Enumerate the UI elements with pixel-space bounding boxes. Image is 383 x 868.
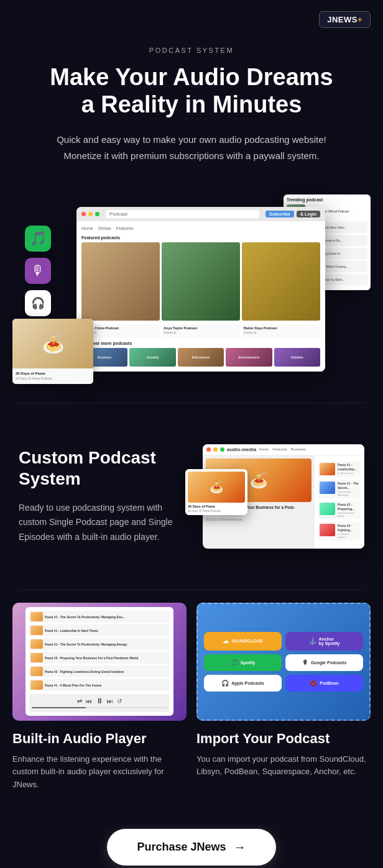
player-thumb-2 [30,626,43,635]
player-thumb-4 [30,653,43,662]
shuffle-icon: ⇄ [77,698,82,705]
custom-podcast-title: Custom Podcast System [19,447,185,489]
player-ep-5: Pasta #2 - Fighting Loneliness During So… [29,665,170,677]
spotify-platform: 🎵 Spotify [204,654,282,671]
podcast-card-2: Anya Taylor Podcast Juneca.Jo [162,324,240,337]
discover-hobbies: Hobbies [274,348,320,367]
play-icon[interactable]: ⏸ [96,697,103,705]
podcast-card-sub-2: Juneca.Jo [164,331,238,335]
podcast-card-title-3: Better Days Podcast [244,326,318,330]
featured-podcasts-section: Featured podcasts [81,235,320,321]
audio-ep-thumb-1 [320,463,335,475]
subscribe-button[interactable]: Subscribe [265,211,294,217]
main-browser-mockup: Podcast Subscribe & Login Home Shows Fea… [76,207,325,371]
apple-podcast-icon: 🎙 [25,258,51,284]
jnews-logo-badge: JNEWS+ [319,11,371,28]
progress-fill [32,707,86,708]
audio-max [220,447,224,452]
login-button[interactable]: & Login [297,211,320,217]
hero-mockup-section: 🎵 🎙 🎧 🍝 30 Days of Pasta 30 Days Of Past… [0,188,383,402]
custom-podcast-section: Custom Podcast System Ready to use podca… [0,403,383,590]
apple-podcasts-platform: 🎧 Apple Podcasts [204,675,282,692]
audio-episode-desc: 30 Days Of Pasta Podcast [206,518,311,523]
browser-close-dot [81,212,86,216]
featured-card-2 [162,242,240,321]
anchor-icon: ⚓ [309,637,316,644]
discover-title: Discover more podcasts [81,341,320,345]
google-podcasts-platform: 🎙 Google Podcasts [285,654,363,671]
browser-url-bar: Podcast [106,210,259,218]
prev-icon: ⏮ [86,698,92,705]
podcast-card-sub-1: Juneca.Jo [83,331,158,335]
featured-card-3 [242,242,320,321]
player-mockup: Pasta #1 - The Secret To Productivity: M… [25,607,173,716]
import-platforms-grid: ☁ SOUNDCLOUD ⚓ Anchorby Spotify 🎵 Spotif… [204,632,363,692]
player-card-background: Pasta #1 - The Secret To Productivity: M… [12,603,187,721]
progress-bar[interactable] [32,707,167,708]
discover-comedy: Comedy [129,348,175,367]
audio-player-title: Built-in Audio Player [12,731,187,747]
audio-logo: audio-media [227,447,256,452]
anchor-platform: ⚓ Anchorby Spotify [285,632,363,651]
small-podcast-subtitle: 30 Days Of Pasta Podcast [16,377,90,381]
audio-nav: Home Features Business [259,447,306,451]
audio-ep-2: Pasta #1 - The Secret... Productivity Ma… [318,480,361,498]
features-cards-section: Pasta #1 - The Secret To Productivity: M… [0,590,383,810]
audio-sidebar: Pasta #1 - Leadership... In Hard Times P… [315,455,364,549]
audio-ep-thumb-4 [320,524,335,536]
next-icon: ⏭ [107,698,113,705]
purchase-section: Purchase JNews → [0,810,383,868]
podcast-card-title-2: Anya Taylor Podcast [164,326,238,330]
player-controls: ⇄ ⏮ ⏸ ⏭ ↺ [29,694,170,712]
player-ep-1: Pasta #1 - The Secret To Productivity: M… [29,611,170,623]
podbean-platform: 🫘 PodBean [285,675,363,692]
front-pasta-mockup: 🍝 30 Days of Pasta 30 Days Of Pasta Podc… [185,469,247,515]
audio-ep-4: Pasta #2 - Fighting... Loneliness Isolat… [318,522,361,541]
soundcloud-platform: ☁ SOUNDCLOUD [204,632,282,651]
player-thumb-5 [30,667,43,676]
import-podcast-title: Import Your Podcast [196,731,371,747]
platform-icons-group: 🎵 🎙 🎧 [25,226,51,316]
discover-educational: Educational [178,348,224,367]
purchase-button[interactable]: Purchase JNews → [107,829,275,866]
audio-close [206,447,211,452]
featured-card-1 [81,242,160,321]
audio-player-card-wrapper: Pasta #1 - The Secret To Productivity: M… [12,603,187,792]
front-podcast-title: 30 Days of Pasta [188,505,245,508]
audio-player-card-image: Pasta #1 - The Secret To Productivity: M… [12,603,187,721]
featured-section-title: Featured podcasts [81,235,320,240]
custom-podcast-text: Custom Podcast System Ready to use podca… [19,447,185,545]
discover-entertainment: Entertainment [226,348,272,367]
discover-grid: Business Comedy Educational Entertainmen… [81,348,320,367]
audio-ep-1: Pasta #1 - Leadership... In Hard Times [318,461,361,477]
hero-section: PODCAST SYSTEM Make Your Audio Dreams a … [0,28,383,188]
arrow-icon: → [234,840,246,854]
import-podcast-desc: You can import your podcast from SoundCl… [196,753,371,779]
header: JNEWS+ [0,0,383,28]
import-card-background: ☁ SOUNDCLOUD ⚓ Anchorby Spotify 🎵 Spotif… [196,603,371,721]
audio-player-desc: Enhance the listening experience with th… [12,753,187,792]
browser-maximize-dot [95,212,99,216]
featured-grid [81,242,320,321]
player-ctrl-row: ⇄ ⏮ ⏸ ⏭ ↺ [32,697,167,705]
audio-ep-thumb-2 [320,482,335,494]
hero-title: Make Your Audio Dreams a Reality in Minu… [25,64,358,118]
google-podcasts-icon: 🎙 [302,659,308,666]
soundcloud-icon: ☁ [223,637,229,644]
import-podcast-card-image: ☁ SOUNDCLOUD ⚓ Anchorby Spotify 🎵 Spotif… [196,603,371,721]
repeat-icon: ↺ [117,698,122,705]
audio-ep-3: Pasta #2 - Preparing... Post-Pandemic Wo… [318,501,361,519]
podbean-icon: 🫘 [310,680,317,687]
player-thumb-1 [30,612,43,621]
player-thumb-3 [30,639,43,649]
player-ep-3: Pasta #1 - The Secret To Productivity: M… [29,638,170,650]
google-podcast-icon: 🎧 [25,290,51,316]
front-pasta-image: 🍝 [188,472,245,503]
podcast-card-sub-3: Juneca.Jo [244,331,318,335]
hero-description: Quick and easy way to make your own audi… [55,132,328,163]
audio-min [213,447,218,452]
discover-more-section: Discover more podcasts Business Comedy E… [81,341,320,367]
hero-label: PODCAST SYSTEM [25,47,358,54]
import-podcast-card-wrapper: ☁ SOUNDCLOUD ⚓ Anchorby Spotify 🎵 Spotif… [196,603,371,792]
audio-ep-list: Pasta #1 - Leadership... In Hard Times P… [318,459,361,546]
